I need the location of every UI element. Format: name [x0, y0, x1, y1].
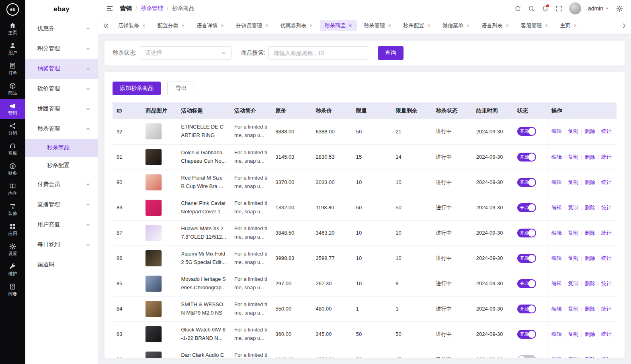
copy-link[interactable]: 复制	[568, 356, 578, 358]
rail-item-maintain[interactable]: 维护	[0, 260, 25, 280]
tab-item[interactable]: 客服管理×	[516, 20, 553, 31]
status-toggle[interactable]: 开启	[517, 254, 536, 263]
tab-item[interactable]: 配置分类×	[153, 20, 190, 31]
rail-item-order[interactable]: 订单	[0, 59, 25, 79]
status-toggle[interactable]: 开启	[517, 203, 536, 212]
stats-link[interactable]: 统计	[601, 128, 612, 135]
sidebar-item-coupon[interactable]: 优惠券	[25, 18, 98, 39]
status-toggle[interactable]: 开启	[517, 279, 536, 288]
close-icon[interactable]: ×	[142, 23, 145, 28]
search-icon[interactable]	[528, 5, 535, 12]
refresh-icon[interactable]	[514, 5, 521, 12]
status-toggle[interactable]: 开启	[517, 330, 536, 339]
breadcrumb-item[interactable]: 秒杀管理	[141, 5, 163, 12]
tab-item[interactable]: 微信菜单×	[438, 20, 475, 31]
edit-link[interactable]: 编辑	[551, 280, 562, 287]
copy-link[interactable]: 复制	[568, 331, 578, 338]
product-image[interactable]	[145, 149, 162, 165]
delete-link[interactable]: 删除	[585, 153, 595, 161]
seckill-status-select[interactable]: 请选择	[140, 46, 232, 60]
delete-link[interactable]: 删除	[585, 331, 595, 338]
close-icon[interactable]: ×	[309, 23, 313, 28]
product-image[interactable]	[145, 326, 162, 342]
avatar[interactable]	[569, 2, 581, 14]
delete-link[interactable]: 删除	[585, 229, 595, 237]
sidebar-item-seckill[interactable]: 秒杀管理	[25, 119, 98, 139]
close-icon[interactable]: ×	[574, 23, 577, 28]
edit-link[interactable]: 编辑	[551, 305, 562, 313]
rail-item-home[interactable]: 主页	[0, 18, 25, 39]
stats-link[interactable]: 统计	[601, 179, 612, 186]
stats-link[interactable]: 统计	[601, 280, 612, 287]
rail-item-marketing[interactable]: 营销	[0, 99, 25, 119]
sidebar-item-paid-member[interactable]: 付费会员	[25, 174, 98, 194]
gear-icon[interactable]	[616, 5, 623, 12]
close-icon[interactable]: ×	[388, 23, 391, 28]
copy-link[interactable]: 复制	[568, 153, 578, 161]
edit-link[interactable]: 编辑	[551, 179, 562, 186]
product-image[interactable]	[145, 174, 162, 190]
export-button[interactable]: 导出	[167, 82, 195, 95]
edit-link[interactable]: 编辑	[551, 204, 562, 211]
rail-item-settings[interactable]: 设置	[0, 239, 25, 260]
rail-item-distribution[interactable]: 分销	[0, 119, 25, 139]
delete-link[interactable]: 删除	[585, 280, 595, 287]
edit-link[interactable]: 编辑	[551, 128, 562, 135]
breadcrumb-item[interactable]: 营销	[120, 5, 132, 12]
close-icon[interactable]: ×	[506, 23, 509, 28]
rail-item-service[interactable]: 客服	[0, 139, 25, 159]
edit-link[interactable]: 编辑	[551, 153, 562, 161]
delete-link[interactable]: 删除	[585, 255, 595, 262]
rail-item-content[interactable]: 内容	[0, 179, 25, 199]
sidebar-item-recharge[interactable]: 用户充值	[25, 215, 98, 235]
tabs-scroll-left-icon[interactable]	[103, 23, 109, 29]
rail-item-user[interactable]: 用户	[0, 39, 25, 59]
copy-link[interactable]: 复制	[568, 229, 578, 237]
status-toggle[interactable]: 开启	[517, 305, 536, 313]
query-button[interactable]: 查询	[378, 46, 404, 60]
copy-link[interactable]: 复制	[568, 255, 578, 262]
rail-item-survey[interactable]: 问卷	[0, 280, 25, 300]
stats-link[interactable]: 统计	[601, 204, 612, 211]
stats-link[interactable]: 统计	[601, 153, 612, 161]
tab-item[interactable]: 主页×	[555, 20, 582, 31]
delete-link[interactable]: 删除	[585, 128, 595, 135]
tab-item[interactable]: 优惠券列表×	[275, 20, 318, 31]
product-image[interactable]	[145, 276, 162, 292]
edit-link[interactable]: 编辑	[551, 229, 562, 237]
delete-link[interactable]: 删除	[585, 204, 595, 211]
tab-item[interactable]: 秒杀配置×	[398, 20, 435, 31]
status-toggle[interactable]: 关闭	[517, 355, 536, 358]
rail-item-apps[interactable]: 应用	[0, 219, 25, 239]
sidebar-item-channel-code[interactable]: 渠道码	[25, 255, 98, 275]
edit-link[interactable]: 编辑	[551, 255, 562, 262]
sidebar-item-seckill-goods[interactable]: 秒杀商品	[25, 139, 98, 157]
sidebar-item-bargain[interactable]: 砍价管理	[25, 79, 98, 99]
product-image[interactable]	[145, 200, 162, 216]
tab-item[interactable]: 分销员管理×	[231, 20, 273, 31]
copy-link[interactable]: 复制	[568, 128, 578, 135]
rail-item-product[interactable]: 商品	[0, 79, 25, 99]
close-icon[interactable]: ×	[427, 23, 430, 28]
copy-link[interactable]: 复制	[568, 179, 578, 186]
sidebar-item-seckill-config[interactable]: 秒杀配置	[25, 157, 98, 174]
sidebar-item-daily-signin[interactable]: 每日签到	[25, 235, 98, 255]
close-icon[interactable]: ×	[467, 23, 470, 28]
sidebar-item-lottery[interactable]: 抽奖管理	[25, 59, 98, 79]
delete-link[interactable]: 删除	[585, 305, 595, 313]
close-icon[interactable]: ×	[349, 23, 352, 28]
sidebar-item-points[interactable]: 积分管理	[25, 39, 98, 59]
sidebar-item-live[interactable]: 直播管理	[25, 194, 98, 215]
delete-link[interactable]: 删除	[585, 179, 595, 186]
tab-item[interactable]: 秒杀商品×	[320, 20, 357, 31]
stats-link[interactable]: 统计	[601, 305, 612, 313]
status-toggle[interactable]: 开启	[517, 153, 536, 162]
tab-item[interactable]: 语言详情×	[192, 20, 229, 31]
tabs-scroll-right-icon[interactable]	[622, 23, 626, 29]
status-toggle[interactable]: 开启	[517, 178, 536, 187]
tab-item[interactable]: 店铺装修×	[113, 20, 150, 31]
rail-item-finance[interactable]: 财务	[0, 159, 25, 179]
stats-link[interactable]: 统计	[601, 331, 612, 338]
copy-link[interactable]: 复制	[568, 305, 578, 313]
product-search-input[interactable]	[268, 46, 368, 60]
